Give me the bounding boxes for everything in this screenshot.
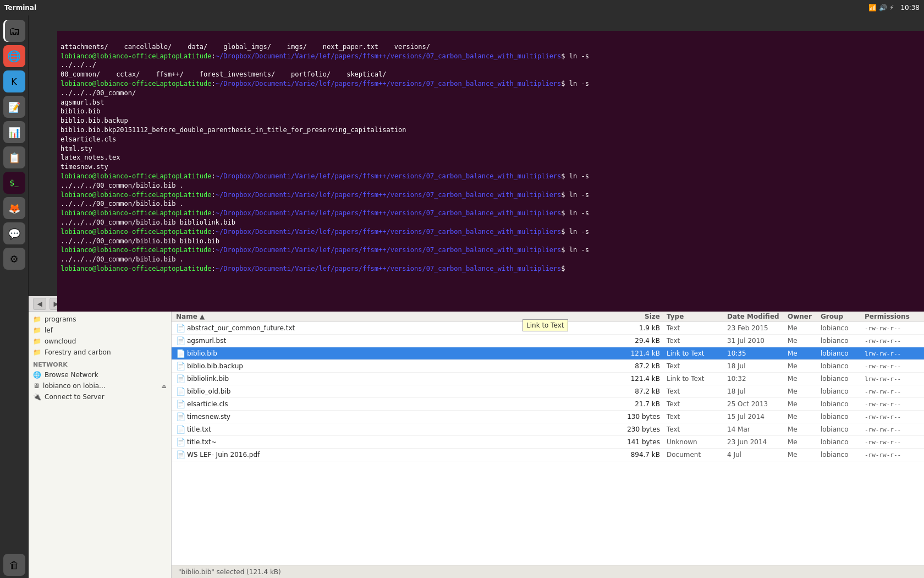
file-perm: -rw-rw-r-- [865, 426, 920, 433]
file-perm: -rw-rw-r-- [865, 388, 920, 395]
file-type: Document [667, 451, 727, 459]
term-line-12: html.sty [61, 145, 92, 152]
file-size: 121.4 kB [617, 375, 667, 383]
dock-app3-icon[interactable]: 📊 [3, 121, 25, 143]
col-header-owner[interactable]: Owner [788, 313, 821, 320]
file-row[interactable]: 📄 bibliolink.bib 121.4 kB Link to Text 1… [172, 373, 924, 385]
file-name: title.txt~ [187, 438, 617, 446]
file-size: 21.7 kB [617, 400, 667, 408]
file-owner: Me [788, 388, 821, 395]
sidebar-item-forestry[interactable]: 📁 Forestry and carbon [29, 347, 171, 358]
file-type: Unknown [667, 438, 727, 446]
sidebar-label-browse-network: Browse Network [45, 371, 98, 379]
left-dock: 🗂 🌐 K 📝 📊 📋 $_ 🦊 💬 ⚙️ 🗑 [0, 15, 29, 578]
file-group: lobianco [821, 400, 865, 408]
file-icon: 📄 [176, 400, 187, 408]
file-size: 141 bytes [617, 438, 667, 446]
file-perm: -rw-rw-r-- [865, 439, 920, 446]
dock-app2-icon[interactable]: 📝 [3, 96, 25, 118]
file-row[interactable]: 📄 title.txt~ 141 bytes Unknown 23 Jun 20… [172, 436, 924, 449]
fm-sidebar-list: 📁 programs 📁 lef 📁 owncloud [29, 312, 171, 578]
file-row[interactable]: 📄 timesnew.sty 130 bytes Text 15 Jul 201… [172, 411, 924, 423]
folder-icon: 📁 [33, 348, 41, 356]
dock-app4-icon[interactable]: 📋 [3, 146, 25, 168]
file-row[interactable]: 📄 abstract_our_common_future.txt 1.9 kB … [172, 322, 924, 335]
file-name: timesnew.sty [187, 413, 617, 421]
dock-firefox-icon[interactable]: 🦊 [3, 197, 25, 219]
fm-content: 📁 programs 📁 lef 📁 owncloud [29, 312, 924, 578]
file-row-selected[interactable]: 📄 biblio.bib 121.4 kB Link to Text 10:35… [172, 347, 924, 360]
file-owner: Me [788, 413, 821, 421]
file-row[interactable]: 📄 WS LEF- Juin 2016.pdf 894.7 kB Documen… [172, 449, 924, 461]
term-line-7: agsmurl.bst [61, 99, 104, 106]
col-header-group[interactable]: Group [821, 313, 865, 320]
file-icon: 📄 [176, 374, 187, 383]
file-owner: Me [788, 324, 821, 332]
dock-app1-icon[interactable]: K [3, 70, 25, 92]
term-line-10: biblio.bib.bkp20151112_before_double_par… [61, 126, 406, 134]
dock-browser-icon[interactable]: 🌐 [3, 45, 25, 67]
file-row[interactable]: 📄 biblio.bib.backup 87.2 kB Text 18 Jul … [172, 360, 924, 373]
file-type: Text [667, 324, 727, 332]
term-line-17: lobianco@lobianco-officeLaptopLatitude:~… [61, 191, 589, 199]
sidebar-item-programs[interactable]: 📁 programs [29, 314, 171, 325]
sidebar-label-server: lobianco on lobia... [43, 382, 106, 390]
file-perm: lrw-rw-r-- [865, 350, 920, 357]
col-header-perm[interactable]: Permissions [865, 313, 920, 320]
fm-sidebar: 📁 programs 📁 lef 📁 owncloud [29, 312, 172, 578]
file-name: biblio.bib [187, 350, 617, 357]
file-name: bibliolink.bib [187, 375, 617, 383]
file-date: 18 Jul [727, 362, 788, 370]
file-icon: 📄 [176, 324, 187, 332]
file-owner: Me [788, 350, 821, 357]
file-size: 230 bytes [617, 426, 667, 433]
file-perm: -rw-rw-r-- [865, 337, 920, 345]
file-size: 130 bytes [617, 413, 667, 421]
file-owner: Me [788, 400, 821, 408]
term-line-20: ../../../00_common/biblio.bib bibliolink… [61, 219, 235, 226]
file-type: Text [667, 388, 727, 395]
dock-trash-icon[interactable]: 🗑 [3, 554, 25, 576]
sidebar-item-connect-to-server[interactable]: 🔌 Connect to Server [29, 391, 171, 402]
file-manager-area: ◀ ▶ ↑ versions / 07_carbon_balance_with_… [29, 296, 924, 578]
folder-icon: 📁 [33, 315, 41, 323]
dock-files-icon[interactable]: 🗂 [3, 20, 25, 42]
column-headers: Name ▲ Size Type Date Modified [172, 312, 924, 322]
file-row[interactable]: 📄 biblio_old.bib 87.2 kB Text 18 Jul Me … [172, 385, 924, 398]
file-row[interactable]: 📄 elsarticle.cls 21.7 kB Text 25 Oct 201… [172, 398, 924, 411]
dock-app6-icon[interactable]: ⚙️ [3, 248, 25, 270]
eject-icon[interactable]: ⏏ [162, 383, 167, 389]
term-line-6: ../../../00_common/ [61, 89, 136, 97]
status-bar: "biblio.bib" selected (121.4 kB) [172, 565, 924, 578]
dock-terminal-icon[interactable]: $_ [3, 172, 25, 194]
file-perm: lrw-rw-r-- [865, 375, 920, 383]
term-line-18: ../../../00_common/biblio.bib . [61, 200, 184, 208]
file-name: biblio_old.bib [187, 388, 617, 395]
sidebar-item-lobianco-server[interactable]: 🖥 lobianco on lobia... ⏏ [29, 380, 171, 391]
col-header-date[interactable]: Date Modified [727, 313, 788, 320]
sidebar-item-owncloud[interactable]: 📁 owncloud [29, 336, 171, 347]
term-line-21: lobianco@lobianco-officeLaptopLatitude:~… [61, 228, 589, 236]
sidebar-item-browse-network[interactable]: 🌐 Browse Network [29, 369, 171, 380]
file-group: lobianco [821, 337, 865, 345]
sidebar-item-lef[interactable]: 📁 lef [29, 325, 171, 336]
system-bar: Terminal 📶 🔊 ⚡ 10:38 [0, 0, 924, 15]
file-date: 23 Jun 2014 [727, 438, 788, 446]
col-header-name[interactable]: Name ▲ [176, 313, 617, 320]
file-size: 87.2 kB [617, 362, 667, 370]
col-header-type[interactable]: Type [667, 313, 727, 320]
dock-app5-icon[interactable]: 💬 [3, 222, 25, 244]
sidebar-label-lef: lef [45, 326, 53, 334]
back-button[interactable]: ◀ [33, 298, 46, 310]
file-size: 894.7 kB [617, 451, 667, 459]
terminal-pane[interactable]: attachments/ cancellable/ data/ global_i… [57, 31, 924, 312]
file-row[interactable]: 📄 title.txt 230 bytes Text 14 Mar Me lob… [172, 423, 924, 436]
term-line-13: latex_notes.tex [61, 154, 120, 161]
file-icon: 📄 [176, 349, 187, 358]
file-row[interactable]: 📄 agsmurl.bst 29.4 kB Text 31 Jul 2010 M… [172, 335, 924, 347]
file-group: lobianco [821, 350, 865, 357]
col-header-size[interactable]: Size [617, 313, 667, 320]
term-line-8: biblio.bib [61, 107, 100, 115]
system-bar-right: 📶 🔊 ⚡ 10:38 [868, 4, 920, 12]
file-date: 14 Mar [727, 426, 788, 433]
